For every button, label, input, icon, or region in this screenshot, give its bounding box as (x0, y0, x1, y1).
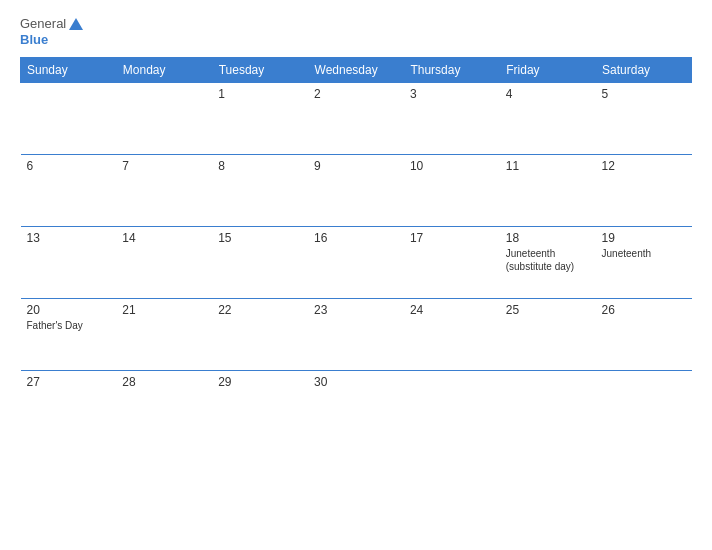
day-cell: 18Juneteenth (substitute day) (500, 227, 596, 299)
weekday-header-wednesday: Wednesday (308, 58, 404, 83)
day-cell: 19Juneteenth (596, 227, 692, 299)
calendar-table: SundayMondayTuesdayWednesdayThursdayFrid… (20, 57, 692, 443)
day-cell: 15 (212, 227, 308, 299)
day-cell: 30 (308, 371, 404, 443)
page: General Blue SundayMondayTuesdayWednesda… (0, 0, 712, 550)
day-number: 7 (122, 159, 206, 173)
day-number: 4 (506, 87, 590, 101)
day-cell: 4 (500, 83, 596, 155)
logo-general-text: General (20, 16, 66, 32)
day-number: 18 (506, 231, 590, 245)
day-cell (500, 371, 596, 443)
day-event-label: Father's Day (27, 319, 111, 332)
day-number: 8 (218, 159, 302, 173)
logo-triangle-icon (69, 18, 83, 30)
day-cell: 29 (212, 371, 308, 443)
day-cell: 7 (116, 155, 212, 227)
week-row-4: 20Father's Day212223242526 (21, 299, 692, 371)
day-cell: 5 (596, 83, 692, 155)
day-number: 10 (410, 159, 494, 173)
weekday-header-monday: Monday (116, 58, 212, 83)
day-number: 2 (314, 87, 398, 101)
day-cell: 6 (21, 155, 117, 227)
day-event-label: Juneteenth (602, 247, 686, 260)
day-number: 21 (122, 303, 206, 317)
day-number: 19 (602, 231, 686, 245)
day-number: 29 (218, 375, 302, 389)
logo-blue-text: Blue (20, 32, 48, 48)
day-number: 14 (122, 231, 206, 245)
day-number: 26 (602, 303, 686, 317)
day-cell: 1 (212, 83, 308, 155)
weekday-header-sunday: Sunday (21, 58, 117, 83)
day-cell: 23 (308, 299, 404, 371)
day-number: 30 (314, 375, 398, 389)
week-row-3: 131415161718Juneteenth (substitute day)1… (21, 227, 692, 299)
day-number: 9 (314, 159, 398, 173)
week-row-5: 27282930 (21, 371, 692, 443)
day-number: 1 (218, 87, 302, 101)
day-cell: 26 (596, 299, 692, 371)
day-event-label: Juneteenth (substitute day) (506, 247, 590, 273)
day-cell: 25 (500, 299, 596, 371)
day-number: 5 (602, 87, 686, 101)
day-cell: 28 (116, 371, 212, 443)
day-number: 22 (218, 303, 302, 317)
day-cell: 27 (21, 371, 117, 443)
day-cell: 11 (500, 155, 596, 227)
day-number: 24 (410, 303, 494, 317)
day-cell: 17 (404, 227, 500, 299)
day-number: 13 (27, 231, 111, 245)
day-number: 16 (314, 231, 398, 245)
day-number: 25 (506, 303, 590, 317)
header: General Blue (20, 16, 692, 47)
day-cell: 16 (308, 227, 404, 299)
weekday-header-row: SundayMondayTuesdayWednesdayThursdayFrid… (21, 58, 692, 83)
day-cell: 12 (596, 155, 692, 227)
logo: General Blue (20, 16, 83, 47)
weekday-header-saturday: Saturday (596, 58, 692, 83)
day-number: 23 (314, 303, 398, 317)
day-number: 27 (27, 375, 111, 389)
day-number: 17 (410, 231, 494, 245)
day-cell (21, 83, 117, 155)
day-number: 20 (27, 303, 111, 317)
day-number: 12 (602, 159, 686, 173)
weekday-header-thursday: Thursday (404, 58, 500, 83)
day-number: 28 (122, 375, 206, 389)
day-number: 3 (410, 87, 494, 101)
weekday-header-tuesday: Tuesday (212, 58, 308, 83)
week-row-1: 12345 (21, 83, 692, 155)
day-number: 11 (506, 159, 590, 173)
day-cell: 13 (21, 227, 117, 299)
day-cell: 22 (212, 299, 308, 371)
weekday-header-friday: Friday (500, 58, 596, 83)
day-cell (596, 371, 692, 443)
week-row-2: 6789101112 (21, 155, 692, 227)
day-number: 6 (27, 159, 111, 173)
day-cell: 3 (404, 83, 500, 155)
day-cell: 14 (116, 227, 212, 299)
day-cell: 20Father's Day (21, 299, 117, 371)
day-cell: 10 (404, 155, 500, 227)
day-number: 15 (218, 231, 302, 245)
day-cell (116, 83, 212, 155)
day-cell: 24 (404, 299, 500, 371)
day-cell: 2 (308, 83, 404, 155)
day-cell (404, 371, 500, 443)
day-cell: 21 (116, 299, 212, 371)
day-cell: 8 (212, 155, 308, 227)
day-cell: 9 (308, 155, 404, 227)
